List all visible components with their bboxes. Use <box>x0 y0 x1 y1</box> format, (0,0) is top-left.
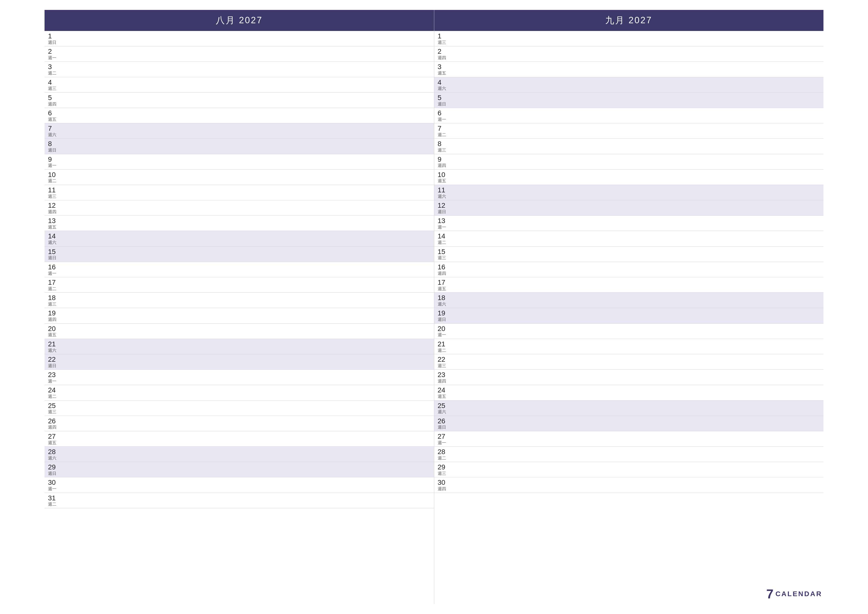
day-weekday: 週一 <box>438 333 446 337</box>
day-content[interactable] <box>64 46 434 61</box>
day-weekday: 週六 <box>438 302 446 307</box>
day-content[interactable] <box>454 477 824 493</box>
day-content[interactable] <box>64 62 434 77</box>
day-content[interactable] <box>64 493 434 508</box>
day-weekday: 週四 <box>48 425 56 430</box>
day-content[interactable] <box>454 247 824 262</box>
table-row: 15 週日 <box>45 247 434 262</box>
day-label: 13 週一 <box>434 216 454 231</box>
day-content[interactable] <box>454 108 824 123</box>
day-content[interactable] <box>64 31 434 46</box>
day-content[interactable] <box>454 46 824 61</box>
day-content[interactable] <box>64 231 434 246</box>
day-content[interactable] <box>64 354 434 369</box>
day-content[interactable] <box>454 77 824 92</box>
day-content[interactable] <box>454 231 824 246</box>
day-weekday: 週一 <box>438 225 446 230</box>
day-content[interactable] <box>64 169 434 185</box>
day-label: 20 週一 <box>434 323 454 339</box>
day-content[interactable] <box>454 31 824 46</box>
day-weekday: 週日 <box>438 102 446 107</box>
day-number: 28 <box>48 448 56 456</box>
day-content[interactable] <box>454 216 824 231</box>
day-content[interactable] <box>64 308 434 323</box>
day-number: 12 <box>48 202 56 210</box>
day-content[interactable] <box>64 262 434 277</box>
day-label: 5 週日 <box>434 93 454 108</box>
day-weekday: 週六 <box>48 456 56 461</box>
table-row: 24 週五 <box>434 385 824 400</box>
day-content[interactable] <box>64 154 434 169</box>
day-content[interactable] <box>454 200 824 215</box>
day-content[interactable] <box>454 462 824 477</box>
day-content[interactable] <box>454 262 824 277</box>
day-content[interactable] <box>64 77 434 92</box>
day-content[interactable] <box>64 293 434 308</box>
day-content[interactable] <box>454 447 824 462</box>
table-row: 1 週日 <box>45 31 434 46</box>
day-weekday: 週五 <box>438 179 446 183</box>
day-weekday: 週六 <box>438 86 446 91</box>
day-content[interactable] <box>454 354 824 369</box>
day-content[interactable] <box>454 323 824 339</box>
day-content[interactable] <box>64 138 434 154</box>
table-row: 5 週四 <box>45 93 434 108</box>
day-content[interactable] <box>64 385 434 400</box>
day-content[interactable] <box>454 123 824 138</box>
day-content[interactable] <box>454 401 824 416</box>
day-content[interactable] <box>454 169 824 185</box>
day-content[interactable] <box>64 447 434 462</box>
day-number: 10 <box>438 171 445 179</box>
day-content[interactable] <box>64 216 434 231</box>
day-label: 22 週日 <box>45 354 64 369</box>
day-content[interactable] <box>454 277 824 292</box>
day-label: 2 週一 <box>45 46 64 61</box>
table-row: 27 週五 <box>45 431 434 447</box>
day-label: 14 週二 <box>434 231 454 246</box>
logo-text: CALENDAR <box>775 590 822 598</box>
day-content[interactable] <box>64 108 434 123</box>
day-content[interactable] <box>454 154 824 169</box>
day-number: 8 <box>48 140 52 148</box>
day-content[interactable] <box>64 247 434 262</box>
day-number: 5 <box>48 94 52 102</box>
day-content[interactable] <box>64 370 434 385</box>
day-content[interactable] <box>454 431 824 446</box>
day-content[interactable] <box>454 138 824 154</box>
table-row: 21 週六 <box>45 339 434 354</box>
day-content[interactable] <box>64 93 434 108</box>
day-content[interactable] <box>64 185 434 200</box>
day-weekday: 週二 <box>48 179 56 183</box>
day-content[interactable] <box>64 431 434 446</box>
day-content[interactable] <box>454 370 824 385</box>
day-content[interactable] <box>64 123 434 138</box>
day-content[interactable] <box>64 462 434 477</box>
day-number: 31 <box>48 494 56 502</box>
day-content[interactable] <box>64 339 434 354</box>
day-content[interactable] <box>454 62 824 77</box>
day-label: 6 週一 <box>434 108 454 123</box>
day-content[interactable] <box>64 323 434 339</box>
day-content[interactable] <box>454 385 824 400</box>
day-content[interactable] <box>64 200 434 215</box>
day-weekday: 週一 <box>48 56 56 61</box>
day-content[interactable] <box>64 401 434 416</box>
day-label: 18 週三 <box>45 293 64 308</box>
day-label: 16 週四 <box>434 262 454 277</box>
day-label: 27 週一 <box>434 431 454 446</box>
day-content[interactable] <box>454 416 824 431</box>
day-content[interactable] <box>64 416 434 431</box>
day-content[interactable] <box>64 277 434 292</box>
day-weekday: 週日 <box>48 255 56 260</box>
day-content[interactable] <box>454 293 824 308</box>
day-content[interactable] <box>64 477 434 493</box>
day-content[interactable] <box>454 93 824 108</box>
day-label: 8 週日 <box>45 138 64 154</box>
table-row: 21 週二 <box>434 339 824 354</box>
day-weekday: 週三 <box>48 194 56 199</box>
day-weekday: 週一 <box>48 487 56 491</box>
day-content[interactable] <box>454 339 824 354</box>
day-content[interactable] <box>454 308 824 323</box>
day-weekday: 週三 <box>438 471 446 476</box>
day-content[interactable] <box>454 185 824 200</box>
